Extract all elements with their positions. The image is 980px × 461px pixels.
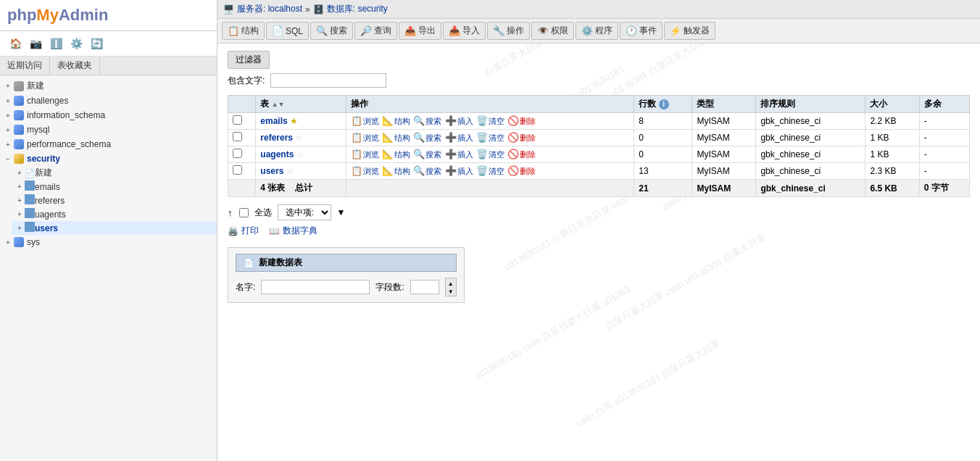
empty-icon-users[interactable]: 🗑️ (476, 165, 488, 176)
sidebar-item-challenges[interactable]: + challenges (0, 94, 217, 108)
delete-link-users[interactable]: 删除 (520, 167, 536, 175)
sort-icon[interactable]: ▲▼ (272, 101, 285, 108)
empty-link-uagents[interactable]: 清空 (489, 150, 504, 159)
empty-link-referers[interactable]: 清空 (489, 133, 504, 142)
insert-link-referers[interactable]: 插入 (457, 133, 473, 142)
insert-icon-emails[interactable]: ➕ (445, 115, 457, 126)
empty-link-users[interactable]: 清空 (489, 167, 504, 175)
search-link-users[interactable]: 搜索 (425, 167, 441, 175)
struct-icon-emails[interactable]: 📐 (382, 115, 394, 126)
browse-icon-referers[interactable]: 📋 (351, 132, 362, 143)
struct-link-uagents[interactable]: 结构 (394, 150, 410, 159)
stepper-buttons[interactable] (445, 278, 457, 296)
table-link-uagents[interactable]: uagents (260, 149, 294, 159)
sidebar-item-emails[interactable]: + emails (12, 180, 217, 194)
browse-link-emails[interactable]: 浏览 (363, 117, 379, 125)
browse-icon-uagents[interactable]: 📋 (351, 149, 362, 159)
filter-button[interactable]: 过滤器 (228, 51, 270, 69)
up-arrow[interactable] (448, 279, 454, 287)
struct-icon-users[interactable]: 📐 (382, 165, 394, 176)
delete-icon-users[interactable]: 🚫 (507, 165, 519, 176)
refresh-icon[interactable]: 🔄 (88, 36, 104, 51)
operations-btn[interactable]: 🔧 操作 (487, 22, 530, 40)
table-link-emails[interactable]: emails (260, 116, 287, 126)
browse-link-users[interactable]: 浏览 (363, 167, 379, 175)
delete-link-uagents[interactable]: 删除 (520, 150, 536, 159)
search-link-uagents[interactable]: 搜索 (425, 150, 441, 159)
down-arrow[interactable] (448, 287, 454, 295)
filter-input[interactable] (270, 73, 386, 88)
sidebar-item-information-schema[interactable]: + information_schema (0, 108, 217, 122)
triggers-btn[interactable]: ⚡ 触发器 (664, 22, 715, 40)
search-link-referers[interactable]: 搜索 (425, 133, 441, 142)
search-icon-uagents[interactable]: 🔍 (413, 149, 425, 159)
insert-link-emails[interactable]: 插入 (457, 117, 473, 125)
col-table[interactable]: 表 ▲▼ (256, 96, 346, 113)
breadcrumb-database[interactable]: 数据库: security (327, 3, 388, 15)
browse-link-uagents[interactable]: 浏览 (363, 150, 379, 159)
sidebar-item-security[interactable]: − security (0, 151, 217, 166)
insert-link-uagents[interactable]: 插入 (457, 150, 473, 159)
new-table-name-input[interactable] (261, 280, 370, 294)
row-checkbox-uagents[interactable] (233, 149, 242, 158)
insert-icon-uagents[interactable]: ➕ (445, 149, 457, 159)
info-sidebar-icon[interactable]: ℹ️ (48, 36, 64, 51)
sidebar-item-new[interactable]: + 新建 (0, 78, 217, 94)
empty-link-emails[interactable]: 清空 (489, 117, 504, 125)
struct-link-emails[interactable]: 结构 (394, 117, 410, 125)
struct-icon-uagents[interactable]: 📐 (382, 149, 394, 159)
home-icon[interactable]: 🏠 (7, 36, 23, 51)
row-checkbox-emails[interactable] (233, 115, 242, 125)
structure-btn[interactable]: 📋 结构 (222, 22, 265, 40)
sidebar-item-referers[interactable]: + referers (12, 194, 217, 207)
bookmarks-tab[interactable]: 表收藏夹 (50, 57, 100, 75)
recent-tab[interactable]: 近期访问 (0, 57, 50, 75)
search-link-emails[interactable]: 搜索 (425, 117, 441, 125)
insert-icon-referers[interactable]: ➕ (445, 132, 457, 143)
empty-icon-emails[interactable]: 🗑️ (476, 115, 488, 126)
sidebar-item-users[interactable]: + users (12, 221, 217, 235)
star-emails[interactable]: ★ (290, 116, 298, 126)
search-icon-emails[interactable]: 🔍 (413, 115, 425, 126)
insert-link-users[interactable]: 插入 (457, 167, 473, 175)
sql-btn[interactable]: 📄 SQL (266, 22, 309, 40)
events-btn[interactable]: 🕐 事件 (620, 22, 663, 40)
import-btn[interactable]: 📥 导入 (443, 22, 486, 40)
privileges-btn[interactable]: 👁️ 权限 (531, 22, 574, 40)
struct-icon-referers[interactable]: 📐 (382, 132, 394, 143)
with-selected-dropdown[interactable]: 选中项: (278, 204, 331, 220)
row-checkbox-users[interactable] (233, 165, 242, 175)
delete-link-referers[interactable]: 删除 (520, 133, 536, 142)
delete-icon-emails[interactable]: 🚫 (507, 115, 519, 126)
delete-link-emails[interactable]: 删除 (520, 117, 536, 125)
routines-btn[interactable]: ⚙️ 程序 (576, 22, 618, 40)
print-link[interactable]: 🖨️ 打印 (228, 225, 259, 237)
struct-link-users[interactable]: 结构 (394, 167, 410, 175)
delete-icon-uagents[interactable]: 🚫 (507, 149, 519, 159)
breadcrumb-server[interactable]: 服务器: localhost (237, 3, 302, 15)
settings-icon[interactable]: ⚙️ (68, 36, 84, 51)
star-users[interactable]: ☆ (286, 166, 294, 176)
browse-icon-emails[interactable]: 📋 (351, 115, 362, 126)
query-btn[interactable]: 🔎 查询 (354, 22, 397, 40)
insert-icon-users[interactable]: ➕ (445, 165, 457, 176)
browse-link-referers[interactable]: 浏览 (363, 133, 379, 142)
empty-icon-referers[interactable]: 🗑️ (476, 132, 488, 143)
sidebar-item-uagents[interactable]: + uagents (12, 207, 217, 221)
table-link-users[interactable]: users (260, 166, 283, 176)
recent-icon[interactable]: 📷 (28, 36, 43, 51)
star-uagents[interactable]: ☆ (296, 149, 304, 159)
sidebar-item-sys[interactable]: + sys (0, 235, 217, 249)
sidebar-item-mysql[interactable]: + mysql (0, 122, 217, 137)
sidebar-item-new-table[interactable]: + 📄 新建 (12, 166, 217, 180)
rows-info-icon[interactable]: i (659, 99, 669, 109)
select-all-checkbox[interactable] (239, 208, 249, 217)
star-referers[interactable]: ☆ (295, 133, 303, 143)
table-link-referers[interactable]: referers (260, 133, 293, 143)
field-count-input[interactable]: 4 (410, 280, 439, 294)
sidebar-item-performance-schema[interactable]: + performance_schema (0, 137, 217, 151)
struct-link-referers[interactable]: 结构 (394, 133, 410, 142)
delete-icon-referers[interactable]: 🚫 (507, 132, 519, 143)
row-checkbox-referers[interactable] (233, 132, 242, 141)
search-icon-users[interactable]: 🔍 (413, 165, 425, 176)
